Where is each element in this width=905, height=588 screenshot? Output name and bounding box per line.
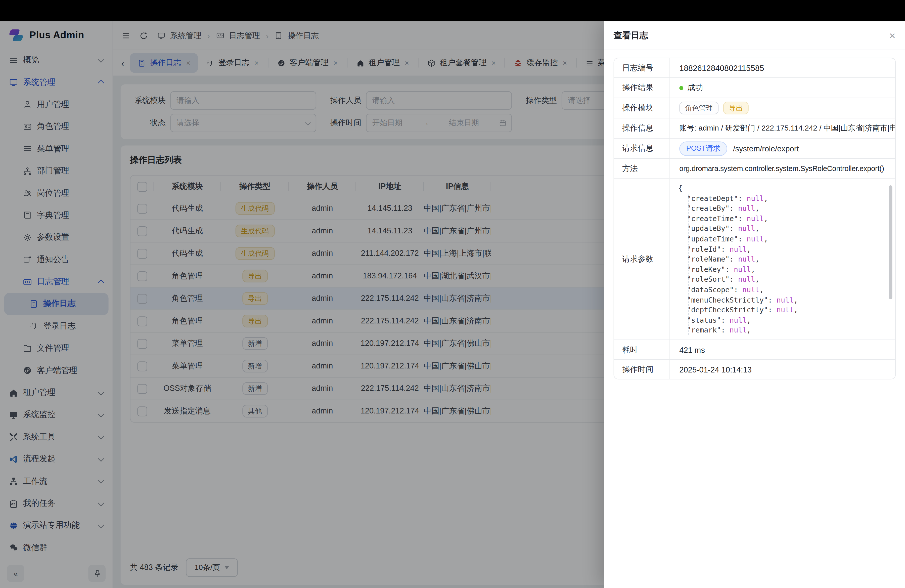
request-params-code: {"createDept": null,"createBy": null,"cr… [670,179,895,340]
detail-row-module: 操作模块 角色管理 导出 [614,98,895,118]
success-dot-icon [679,86,683,90]
detail-row-time: 操作时间 2025-01-24 10:14:13 [614,359,895,379]
page-root: Plus Admin 概览系统管理用户管理角色管理菜单管理部门管理岗位管理字典管… [0,0,905,588]
detail-row-cost: 耗时 421 ms [614,340,895,359]
log-detail-table: 日志编号 1882612840802115585 操作结果 成功 操作模块 角色… [614,58,896,380]
code-line: "updateBy": null, [678,224,887,234]
module-badge: 角色管理 [679,102,718,114]
drawer-title: 查看日志 [614,30,648,41]
detail-row-result: 操作结果 成功 [614,78,895,98]
code-line: "roleKey": null, [678,265,887,275]
code-line: "remark": null, [678,326,887,336]
request-url: /system/role/export [733,144,799,153]
action-badge: 导出 [723,102,749,114]
drawer-body: 日志编号 1882612840802115585 操作结果 成功 操作模块 角色… [604,50,905,387]
detail-row-method: 方法 org.dromara.system.controller.system.… [614,158,895,178]
code-line: "roleName": null, [678,255,887,265]
drawer-close-icon[interactable]: ✕ [889,31,896,40]
log-detail-drawer: 查看日志 ✕ 日志编号 1882612840802115585 操作结果 成功 … [604,21,905,588]
code-line: "createTime": null, [678,214,887,224]
code-line: "menuCheckStrictly": null, [678,295,887,305]
code-line: "updateTime": null, [678,234,887,245]
indent-guide [688,195,689,335]
detail-row-request: 请求信息 POST请求 /system/role/export [614,138,895,158]
detail-row-info: 操作信息 账号: admin / 研发部门 / 222.175.114.242 … [614,118,895,138]
code-line: "roleId": null, [678,245,887,254]
drawer-header: 查看日志 ✕ [604,21,905,50]
code-line: "createBy": null, [678,204,887,214]
code-line: "dataScope": null, [678,285,887,295]
code-scrollbar[interactable] [889,185,892,299]
code-line: "roleSort": null, [678,275,887,285]
detail-row-id: 日志编号 1882612840802115585 [614,58,895,78]
browser-chrome-strip [0,0,905,21]
code-line: "deptCheckStrictly": null, [678,305,887,316]
code-line: { [678,184,887,194]
code-line: "createDept": null, [678,194,887,204]
status-badge: 成功 [687,83,703,93]
post-method-badge: POST请求 [679,141,727,156]
detail-row-params: 请求参数 {"createDept": null,"createBy": nul… [614,178,895,340]
code-line: "status": null, [678,316,887,326]
